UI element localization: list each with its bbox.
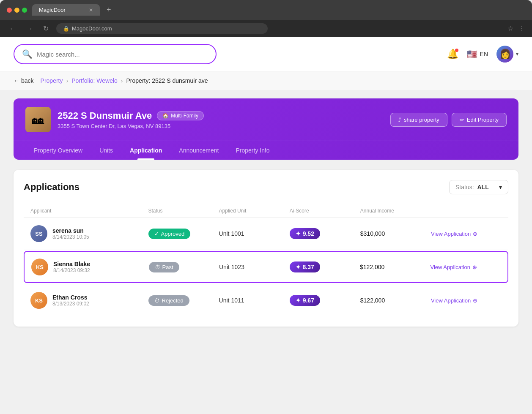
applicant-date: 8/14/2023 09:32 [53, 267, 90, 273]
edit-property-label: Edit Property [467, 117, 499, 123]
menu-icon[interactable]: ⋮ [518, 25, 525, 33]
status-badge: ⏱ Rejected [148, 295, 189, 306]
browser-action-buttons: ☆ ⋮ [507, 25, 525, 33]
col-status: Status [148, 208, 219, 214]
row-divider [24, 250, 508, 250]
applied-unit-cell: Unit 1011 [219, 297, 290, 304]
circle-arrow-icon: ⊕ [472, 264, 477, 270]
check-icon: ✓ [154, 231, 159, 237]
back-arrow-icon: ← [14, 77, 19, 84]
breadcrumb-property-link[interactable]: Property [41, 77, 63, 84]
income-cell: $122,000 [360, 297, 431, 304]
new-tab-button[interactable]: + [107, 5, 111, 14]
language-selector[interactable]: 🇺🇸 EN [467, 49, 488, 59]
star-icon: ✦ [296, 297, 301, 304]
applicant-info: Sienna Blake 8/14/2023 09:32 [53, 261, 90, 273]
notification-badge [455, 49, 458, 52]
applicant-name: serena sun [52, 227, 89, 234]
status-badge: ⏱ Past [149, 262, 179, 272]
header-right: 🔔 🇺🇸 EN 👩 ▾ [447, 46, 518, 63]
status-cell: ⏱ Past [149, 262, 219, 272]
clock-icon: ⏱ [154, 297, 160, 304]
tab-close-icon[interactable]: ✕ [89, 7, 93, 13]
row-divider [24, 284, 508, 284]
browser-tab[interactable]: MagicDoor ✕ [32, 4, 100, 16]
property-type-badge: 🏠 Multi-Family [157, 111, 204, 120]
property-address: 3355 S Town Center Dr, Las Vegas, NV 891… [58, 123, 384, 129]
home-icon: 🏠 [162, 113, 169, 119]
property-thumbnail: 🏘 [25, 107, 51, 132]
avatar: KS [31, 259, 48, 275]
view-application-button[interactable]: View Application ⊕ [431, 231, 477, 237]
view-application-button[interactable]: View Application ⊕ [431, 264, 477, 270]
action-cell: View Application ⊕ [431, 264, 501, 270]
col-action [431, 208, 502, 214]
ai-score-cell: ✦ 8.37 [290, 261, 360, 272]
col-applied-unit: Applied Unit [219, 208, 290, 214]
table-row: KS Ethan Cross 8/13/2023 09:02 ⏱ Rejecte… [24, 285, 508, 316]
share-property-button[interactable]: ⤴ share property [390, 113, 447, 127]
back-label: back [21, 77, 34, 84]
property-tabs: Property Overview Units Application Anno… [14, 141, 518, 160]
browser-address-bar: ← → ↻ 🔒 MagocDoor.com ☆ ⋮ [0, 20, 532, 37]
table-row: SS serena sun 8/14/2023 10:05 ✓ Approved… [24, 218, 508, 249]
minimize-window-dot[interactable] [14, 8, 19, 13]
user-avatar-button[interactable]: 👩 ▾ [496, 46, 518, 63]
applicant-name: Ethan Cross [52, 294, 89, 301]
back-button[interactable]: ← back [14, 77, 34, 84]
lock-icon: 🔒 [63, 26, 69, 32]
maximize-window-dot[interactable] [22, 8, 27, 13]
applicant-cell: SS serena sun 8/14/2023 10:05 [30, 225, 148, 242]
status-badge: ✓ Approved [148, 229, 191, 239]
circle-arrow-icon: ⊕ [473, 231, 477, 237]
col-ai-score: Ai-Score [290, 208, 360, 214]
url-text: MagocDoor.com [72, 25, 112, 32]
chevron-down-icon: ▾ [516, 51, 518, 57]
applications-title: Applications [24, 182, 80, 193]
applicant-info: Ethan Cross 8/13/2023 09:02 [52, 294, 89, 307]
close-window-dot[interactable] [7, 8, 12, 13]
breadcrumb-separator-2: › [121, 77, 123, 84]
tab-announcement[interactable]: Announcement [170, 141, 227, 160]
ai-score-cell: ✦ 9.52 [290, 228, 360, 239]
reload-button[interactable]: ↻ [41, 24, 51, 33]
tab-property-info[interactable]: Property Info [227, 141, 278, 160]
property-info-block: 2522 S Dunsmuir Ave 🏠 Multi-Family 3355 … [58, 110, 384, 129]
lang-label: EN [480, 51, 488, 57]
table-row: KS Sienna Blake 8/14/2023 09:32 ⏱ Past U… [24, 251, 508, 283]
forward-nav-button[interactable]: → [24, 24, 36, 33]
property-section: 🏘 2522 S Dunsmuir Ave 🏠 Multi-Family 335… [0, 90, 532, 160]
browser-title-bar: MagicDoor ✕ + [0, 0, 532, 20]
clock-icon: ⏱ [155, 264, 160, 270]
property-actions: ⤴ share property ✏ Edit Property [390, 113, 507, 127]
status-filter-dropdown[interactable]: Status: ALL ▾ [449, 180, 508, 194]
tab-title: MagicDoor [39, 7, 66, 13]
star-icon: ✦ [296, 264, 301, 270]
user-avatar: 👩 [496, 46, 513, 63]
applications-card: Applications Status: ALL ▾ Applicant Sta… [14, 170, 518, 327]
breadcrumb-portfolio-link[interactable]: Portfolio: Wewelo [71, 77, 118, 84]
view-application-button[interactable]: View Application ⊕ [431, 297, 477, 304]
applicant-cell: KS Ethan Cross 8/13/2023 09:02 [30, 292, 148, 309]
search-input[interactable] [37, 51, 208, 58]
share-property-label: share property [404, 117, 439, 123]
applicant-date: 8/14/2023 10:05 [52, 234, 89, 240]
property-name: 2522 S Dunsmuir Ave [58, 110, 152, 121]
applicant-date: 8/13/2023 09:02 [52, 301, 89, 307]
income-cell: $310,000 [360, 230, 431, 237]
status-filter-value: ALL [477, 184, 488, 191]
search-bar[interactable]: 🔍 [14, 44, 217, 64]
property-name-row: 2522 S Dunsmuir Ave 🏠 Multi-Family [58, 110, 384, 121]
browser-window-controls [7, 8, 27, 13]
tab-application[interactable]: Application [121, 141, 170, 160]
address-input[interactable]: 🔒 MagocDoor.com [56, 23, 268, 34]
applicant-info: serena sun 8/14/2023 10:05 [52, 227, 89, 240]
star-icon[interactable]: ☆ [507, 25, 513, 33]
breadcrumb-separator-1: › [66, 77, 69, 84]
edit-property-button[interactable]: ✏ Edit Property [452, 113, 507, 127]
back-nav-button[interactable]: ← [7, 24, 19, 33]
tab-units[interactable]: Units [91, 141, 121, 160]
notification-button[interactable]: 🔔 [447, 49, 458, 60]
tab-property-overview[interactable]: Property Overview [25, 141, 91, 160]
circle-arrow-icon: ⊕ [473, 297, 477, 304]
